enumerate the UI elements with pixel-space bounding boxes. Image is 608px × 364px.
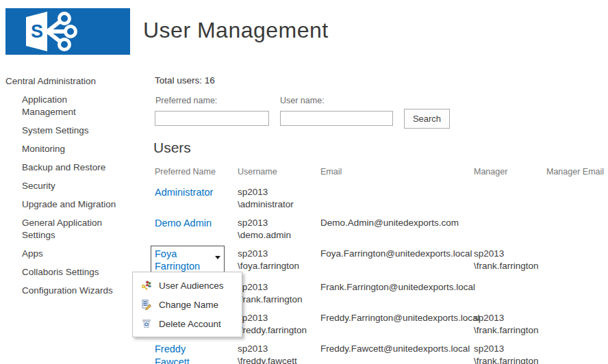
delete-icon <box>141 318 152 329</box>
menu-item-label: Delete Account <box>159 319 221 329</box>
cell-manager: sp2013 \frank.farrington <box>474 248 546 281</box>
cell-email <box>320 186 474 217</box>
user-name-link[interactable]: Freddy Fawcett <box>155 343 190 364</box>
sidebar-item-system-settings[interactable]: System Settings <box>22 125 122 137</box>
audiences-icon <box>141 280 152 291</box>
cell-manager: sp2013 \frank.farrington <box>474 312 546 343</box>
menu-item-change-name[interactable]: Change Name <box>133 295 242 314</box>
user-actions-context-menu: User Audiences Change Name Delete Accoun… <box>132 272 242 337</box>
column-header-manager-email: Manager Email <box>546 167 608 186</box>
sidebar-item-collaboris-settings[interactable]: Collaboris Settings <box>22 266 122 278</box>
users-section-heading: Users <box>153 140 191 156</box>
cell-email: Freddy.Fawcett@unitedexports.local <box>320 343 474 364</box>
user-name-link[interactable]: Administrator <box>155 187 213 198</box>
sidebar-item-apps[interactable]: Apps <box>22 248 122 260</box>
sidebar-item-central-administration[interactable]: Central Administration <box>5 75 132 88</box>
sidebar-item-security[interactable]: Security <box>22 180 122 192</box>
svg-text:S: S <box>31 21 43 42</box>
cell-manager-email <box>546 186 608 217</box>
sharepoint-logo: S <box>5 8 130 55</box>
cell-manager-email <box>546 312 608 343</box>
menu-item-label: Change Name <box>159 300 218 310</box>
cell-manager-email <box>546 217 608 248</box>
column-header-email: Email <box>320 167 474 186</box>
cell-username: sp2013 \freddy.farrington <box>238 312 320 343</box>
cell-email: Demo.Admin@unitedexports.com <box>320 217 474 248</box>
user-name-label: User name: <box>280 96 325 105</box>
sidebar-item-upgrade-and-migration[interactable]: Upgrade and Migration <box>22 198 122 211</box>
cell-manager <box>474 217 546 248</box>
cell-manager <box>474 186 546 217</box>
preferred-name-input[interactable] <box>155 111 269 126</box>
cell-username: sp2013 \demo.admin <box>238 217 320 248</box>
chevron-down-icon <box>215 256 220 259</box>
page-title: User Management <box>143 18 329 43</box>
sidebar-nav: Central Administration Application Manag… <box>5 75 132 303</box>
cell-username: sp2013 \frank.farrington <box>238 281 320 312</box>
sidebar-item-backup-and-restore[interactable]: Backup and Restore <box>22 161 122 174</box>
preferred-name-label: Preferred name: <box>155 96 217 105</box>
total-users-count: Total users: 16 <box>155 75 215 86</box>
table-header-row: Preferred Name Username Email Manager Ma… <box>155 167 608 186</box>
cell-manager: sp2013 \frank.farrington <box>474 343 546 364</box>
user-row: Demo Admin sp2013 \demo.admin Demo.Admin… <box>155 217 608 248</box>
user-name-link[interactable]: Demo Admin <box>155 218 212 229</box>
user-name-input[interactable] <box>280 111 393 126</box>
menu-item-delete-account[interactable]: Delete Account <box>133 314 242 333</box>
user-row: Freddy Fawcett sp2013 \freddy.fawcett Fr… <box>155 343 608 364</box>
cell-email: Freddy.Farrington@unitedexports.local <box>320 312 474 343</box>
sidebar-item-general-application-settings[interactable]: General Application Settings <box>22 217 122 242</box>
user-row: Administrator sp2013 \administrator <box>155 186 608 217</box>
cell-manager-email <box>546 343 608 364</box>
edit-icon <box>141 299 152 310</box>
menu-item-label: User Audiences <box>159 281 224 291</box>
cell-email: Frank.Farrington@unitedexports.local <box>320 281 474 312</box>
cell-manager-email <box>546 281 608 312</box>
cell-manager <box>474 281 546 312</box>
column-header-preferred-name: Preferred Name <box>155 167 238 186</box>
selected-user-name: Foya Farrington <box>155 248 200 272</box>
user-actions-dropdown[interactable]: Foya Farrington <box>151 246 225 275</box>
cell-email: Foya.Farrington@unitedexports.local <box>320 248 474 281</box>
cell-username: sp2013 \freddy.fawcett <box>238 343 320 364</box>
menu-item-user-audiences[interactable]: User Audiences <box>133 276 242 295</box>
cell-manager-email <box>546 248 608 281</box>
sidebar-item-configuration-wizards[interactable]: Configuration Wizards <box>22 285 122 297</box>
column-header-manager: Manager <box>474 167 546 186</box>
cell-username: sp2013 \administrator <box>238 186 320 217</box>
sidebar-item-application-management[interactable]: Application Management <box>22 94 122 118</box>
sidebar-item-monitoring[interactable]: Monitoring <box>22 143 122 155</box>
cell-username: sp2013 \foya.farrington <box>238 248 320 281</box>
sharepoint-logo-glyph: S <box>5 8 130 55</box>
search-button[interactable]: Search <box>404 109 450 129</box>
column-header-username: Username <box>238 167 320 186</box>
